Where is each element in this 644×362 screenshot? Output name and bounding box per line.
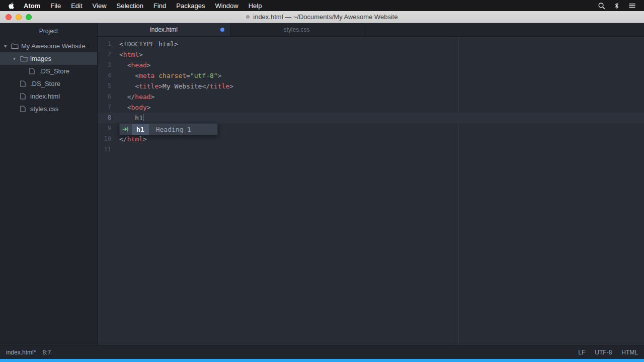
code-line-8[interactable]: 8 h1: [98, 113, 644, 123]
tab-index-html[interactable]: index.html: [98, 23, 230, 36]
menu-item-edit[interactable]: Edit: [66, 2, 87, 10]
project-tree: ▾My Awesome Website▾images.DS_Store.DS_S…: [0, 40, 97, 115]
code-text: <!DOCTYPE html>: [119, 39, 178, 49]
code-line-6[interactable]: 6 </head>: [98, 92, 644, 102]
code-lines: 1<!DOCTYPE html>2<html>3 <head>4 <meta c…: [98, 37, 644, 155]
tree-item-ds-store[interactable]: .DS_Store: [0, 77, 97, 90]
editor-pane: index.htmlstyles.css 1<!DOCTYPE html>2<h…: [97, 23, 644, 345]
line-number: 4: [98, 70, 111, 81]
code-line-10[interactable]: 10</html>: [98, 134, 644, 144]
tree-item-label: images: [30, 55, 51, 62]
file-icon: [20, 80, 30, 87]
project-header: Project: [0, 23, 97, 40]
tree-item-label: styles.css: [30, 105, 58, 113]
window-title-group: index.html — ~/Documents/My Awesome Webs…: [246, 13, 397, 21]
menu-item-help[interactable]: Help: [244, 2, 267, 10]
tab-styles-css[interactable]: styles.css: [230, 23, 363, 36]
code-line-3[interactable]: 3 <head>: [98, 60, 644, 70]
tab-bar: index.htmlstyles.css: [98, 23, 644, 37]
editor[interactable]: 1<!DOCTYPE html>2<html>3 <head>4 <meta c…: [98, 37, 644, 345]
window-zoom-button[interactable]: [26, 14, 32, 20]
apple-menu-icon[interactable]: [8, 2, 15, 10]
status-grammar[interactable]: HTML: [621, 349, 638, 356]
text-cursor: [143, 114, 144, 121]
file-icon: [29, 68, 39, 74]
window-close-button[interactable]: [6, 14, 12, 20]
status-file-name[interactable]: index.html*: [6, 349, 36, 356]
progress-bar: [0, 359, 644, 362]
screen: AtomFileEditViewSelectionFindPackagesWin…: [0, 0, 644, 362]
window-minimize-button[interactable]: [16, 14, 22, 20]
menu-item-find[interactable]: Find: [148, 2, 171, 10]
bluetooth-icon[interactable]: [614, 2, 620, 10]
code-line-1[interactable]: 1<!DOCTYPE html>: [98, 39, 644, 49]
autocomplete-suggestion[interactable]: h1: [132, 124, 149, 135]
status-bar-left: index.html* 8:7: [6, 349, 51, 356]
menu-bar: AtomFileEditViewSelectionFindPackagesWin…: [0, 0, 644, 11]
code-line-4[interactable]: 4 <meta charset="utf-8">: [98, 70, 644, 81]
chevron-down-icon[interactable]: ▾: [13, 56, 20, 61]
code-text: </head>: [119, 92, 154, 102]
window-title-bar[interactable]: index.html — ~/Documents/My Awesome Webs…: [0, 11, 644, 23]
tree-item-label: index.html: [30, 93, 60, 100]
autocomplete-description: Heading 1: [156, 124, 199, 135]
menu-item-atom[interactable]: Atom: [19, 2, 45, 10]
line-number: 8: [98, 113, 111, 123]
code-line-7[interactable]: 7 <body>: [98, 102, 644, 113]
line-number: 6: [98, 92, 111, 102]
code-text: <title>My Website</title>: [119, 81, 233, 92]
tab-label: styles.css: [283, 26, 309, 33]
file-icon: [20, 93, 30, 100]
code-text: <head>: [119, 60, 151, 70]
menu-item-packages[interactable]: Packages: [171, 2, 210, 10]
project-sidebar: Project ▾My Awesome Website▾images.DS_St…: [0, 23, 97, 345]
folder-icon: [11, 43, 21, 49]
status-encoding[interactable]: UTF-8: [595, 349, 612, 356]
line-number: 3: [98, 60, 111, 70]
menu-item-view[interactable]: View: [88, 2, 112, 10]
menu-item-window[interactable]: Window: [210, 2, 243, 10]
modified-indicator-dot[interactable]: [220, 28, 224, 32]
spotlight-search-icon[interactable]: [598, 2, 605, 10]
tree-item-label: .DS_Store: [30, 80, 60, 87]
snippet-arrow-icon: [120, 124, 132, 135]
menu-item-file[interactable]: File: [45, 2, 66, 10]
menu-item-selection[interactable]: Selection: [112, 2, 148, 10]
autocomplete-popup: h1 Heading 1: [119, 123, 218, 135]
tree-item-index-html[interactable]: index.html: [0, 90, 97, 103]
line-number: 1: [98, 39, 111, 49]
line-number: 11: [98, 144, 111, 155]
line-number: 9: [98, 123, 111, 134]
code-text: <body>: [119, 102, 151, 113]
tree-item-ds-store[interactable]: .DS_Store: [0, 65, 97, 77]
tree-item-images[interactable]: ▾images: [0, 52, 97, 65]
document-modified-dot: [246, 15, 250, 19]
tree-item-label: .DS_Store: [39, 67, 69, 75]
window-title: index.html — ~/Documents/My Awesome Webs…: [253, 13, 397, 21]
code-text: <html>: [119, 49, 143, 60]
code-line-2[interactable]: 2<html>: [98, 49, 644, 60]
status-bar: index.html* 8:7 LF UTF-8 HTML: [0, 345, 644, 359]
code-line-11[interactable]: 11: [98, 144, 644, 155]
code-text: h1: [119, 113, 143, 123]
folder-icon: [20, 55, 30, 62]
menu-list-icon[interactable]: [628, 2, 636, 10]
line-number: 2: [98, 49, 111, 60]
code-line-5[interactable]: 5 <title>My Website</title>: [98, 81, 644, 92]
code-text: <meta charset="utf-8">: [119, 70, 222, 81]
tree-item-styles-css[interactable]: styles.css: [0, 103, 97, 115]
code-text: </html>: [119, 134, 147, 144]
tree-item-my-awesome-website[interactable]: ▾My Awesome Website: [0, 40, 97, 52]
line-number: 7: [98, 102, 111, 113]
file-icon: [20, 106, 30, 112]
status-bar-right: LF UTF-8 HTML: [578, 349, 638, 356]
status-cursor-position[interactable]: 8:7: [42, 349, 51, 356]
atom-window: Project ▾My Awesome Website▾images.DS_St…: [0, 23, 644, 345]
tab-label: index.html: [150, 26, 178, 33]
status-line-ending[interactable]: LF: [578, 349, 585, 356]
menu-bar-right-icons: [598, 2, 640, 10]
chevron-down-icon[interactable]: ▾: [4, 43, 11, 49]
line-number: 10: [98, 134, 111, 144]
menu-items: AtomFileEditViewSelectionFindPackagesWin…: [19, 2, 267, 10]
window-controls: [6, 11, 32, 23]
